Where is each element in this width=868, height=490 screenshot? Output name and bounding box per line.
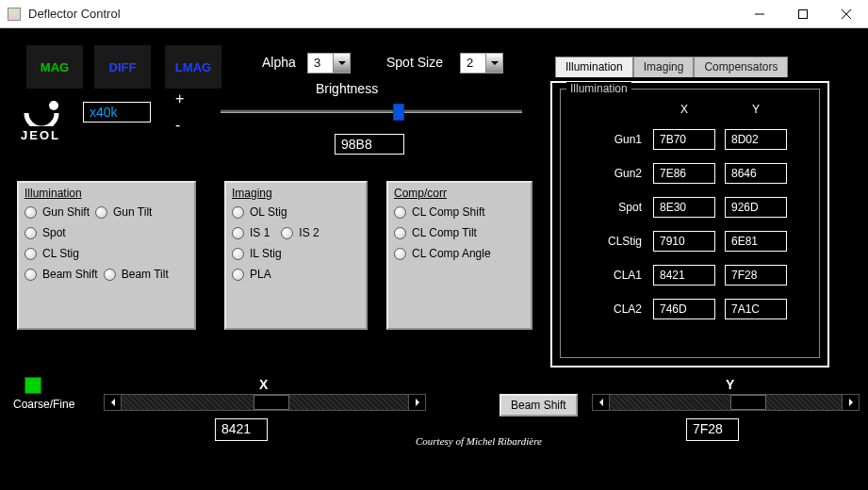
mode-mag-label: MAG <box>41 60 69 74</box>
radio-beam-tilt[interactable] <box>104 269 116 281</box>
panel-comp-title: Comp/corr <box>388 183 531 202</box>
radio-ol-stig[interactable] <box>232 206 244 219</box>
clstig-x[interactable]: 7910 <box>653 231 715 252</box>
radio-is1[interactable] <box>232 227 244 239</box>
x-scrollbar[interactable] <box>104 394 426 411</box>
radio-row-is: IS 1 IS 2 <box>226 222 366 243</box>
radio-row-gunshift-tilt: Gun Shift Gun Tilt <box>19 202 194 222</box>
alpha-combo[interactable]: 3 <box>307 53 351 74</box>
radio-pla[interactable] <box>232 269 244 281</box>
x-scroll-thumb[interactable] <box>254 395 289 410</box>
x-value-box[interactable]: 8421 <box>215 418 268 441</box>
cla1-x[interactable]: 8421 <box>653 265 715 286</box>
col-y-header: Y <box>725 103 787 116</box>
credit-text: Courtesy of Michel Ribardière <box>416 435 542 447</box>
svg-rect-0 <box>799 9 808 18</box>
alpha-value: 3 <box>308 54 333 73</box>
x-value: 8421 <box>221 421 251 436</box>
radio-row-cl-comp-tilt: CL Comp Tilt <box>388 222 531 243</box>
x-scroll-track[interactable] <box>122 395 408 410</box>
window-title: Deflector Control <box>28 7 121 21</box>
radio-spot[interactable] <box>25 227 37 239</box>
row-cla2-label: CLA2 <box>593 302 644 316</box>
cla1-y[interactable]: 7F28 <box>725 265 787 286</box>
gun2-y[interactable]: 8646 <box>725 163 787 184</box>
gun2-x[interactable]: 7E86 <box>653 163 715 184</box>
maximize-button[interactable] <box>781 0 825 28</box>
spot-size-combo[interactable]: 2 <box>460 53 503 74</box>
minimize-button[interactable] <box>738 0 781 28</box>
y-scroll-thumb[interactable] <box>730 395 766 410</box>
mode-diff-button[interactable]: DIFF <box>94 45 151 89</box>
gun1-y[interactable]: 8D02 <box>725 129 787 150</box>
row-gun1-label: Gun1 <box>593 133 644 146</box>
radio-row-spot: Spot <box>19 222 194 243</box>
spot-x[interactable]: 8E30 <box>653 197 715 218</box>
tab-illumination[interactable]: Illumination <box>555 57 633 77</box>
radio-ol-stig-label: OL Stig <box>250 205 287 219</box>
panel-imaging: Imaging OL Stig IS 1 IS 2 IL Stig PLA <box>224 181 368 330</box>
radio-cl-comp-shift[interactable] <box>394 206 406 219</box>
cla2-x[interactable]: 746D <box>653 299 715 319</box>
radio-pla-label: PLA <box>250 268 271 281</box>
jeol-logo-text: JEOL <box>21 128 62 142</box>
illumination-grid: X Y Gun1 7B70 8D02 Gun2 7E86 8646 Spot 8… <box>561 103 819 319</box>
mode-lmag-label: LMAG <box>175 60 211 74</box>
y-scrollbar[interactable] <box>592 394 860 411</box>
y-axis-label: Y <box>726 377 734 392</box>
title-bar: Deflector Control <box>0 0 868 28</box>
radio-row-beam: Beam Shift Beam Tilt <box>19 264 194 285</box>
alpha-label: Alpha <box>262 55 296 70</box>
chevron-down-icon[interactable] <box>333 54 350 73</box>
mode-lmag-button[interactable]: LMAG <box>165 45 221 89</box>
x-scroll-right-icon[interactable] <box>408 395 425 410</box>
brightness-value-box[interactable]: 98B8 <box>335 134 404 155</box>
x-scroll-left-icon[interactable] <box>105 395 122 410</box>
brightness-slider-thumb[interactable] <box>393 104 404 121</box>
radio-cl-comp-angle[interactable] <box>394 248 406 260</box>
mode-diff-label: DIFF <box>109 60 137 74</box>
radio-cl-stig[interactable] <box>25 248 37 260</box>
y-scroll-left-icon[interactable] <box>593 395 610 410</box>
radio-is2[interactable] <box>281 227 293 239</box>
brightness-slider[interactable] <box>221 109 522 113</box>
coarse-fine-toggle[interactable] <box>25 377 41 394</box>
radio-gun-tilt[interactable] <box>95 206 107 219</box>
close-button[interactable] <box>825 0 868 28</box>
coarse-fine-label: Coarse/Fine <box>13 398 74 411</box>
beam-shift-button-label: Beam Shift <box>511 399 566 412</box>
client-area: MAG DIFF LMAG JEOL x40k Alpha 3 Spot Siz… <box>0 28 868 490</box>
clstig-y[interactable]: 6E81 <box>725 231 787 252</box>
chevron-down-icon[interactable] <box>485 54 502 73</box>
radio-il-stig[interactable] <box>232 248 244 260</box>
spot-y[interactable]: 926D <box>725 197 787 218</box>
col-x-header: X <box>653 103 715 116</box>
panel-illumination-title: Illumination <box>19 183 194 202</box>
radio-row-cl-comp-angle: CL Comp Angle <box>388 243 531 264</box>
radio-spot-label: Spot <box>42 226 66 239</box>
jeol-logo-mark <box>21 96 62 126</box>
y-scroll-right-icon[interactable] <box>842 395 859 410</box>
tab-imaging[interactable]: Imaging <box>633 57 695 77</box>
tab-compensators[interactable]: Compensators <box>694 57 788 77</box>
brightness-label: Brightness <box>316 81 378 96</box>
radio-cl-comp-shift-label: CL Comp Shift <box>412 205 485 219</box>
radio-row-pla: PLA <box>226 264 366 285</box>
radio-row-clstig: CL Stig <box>19 243 194 264</box>
tab-body-illumination: Illumination X Y Gun1 7B70 8D02 Gun2 7E8… <box>550 81 829 368</box>
radio-cl-comp-tilt-label: CL Comp Tilt <box>412 226 477 239</box>
y-scroll-track[interactable] <box>610 395 842 410</box>
beam-shift-button[interactable]: Beam Shift <box>500 394 578 416</box>
gun1-x[interactable]: 7B70 <box>653 129 715 150</box>
radio-beam-shift[interactable] <box>25 269 37 281</box>
magnification-box[interactable]: x40k <box>83 102 151 122</box>
radio-gun-shift[interactable] <box>25 206 37 219</box>
mode-mag-button[interactable]: MAG <box>26 45 83 89</box>
brightness-plus: + <box>175 90 184 107</box>
cla2-y[interactable]: 7A1C <box>725 299 787 319</box>
radio-cl-comp-tilt[interactable] <box>394 227 406 239</box>
radio-cl-stig-label: CL Stig <box>42 247 79 260</box>
y-value-box[interactable]: 7F28 <box>686 418 739 441</box>
panel-illumination: Illumination Gun Shift Gun Tilt Spot CL … <box>17 181 196 330</box>
magnification-value: x40k <box>90 105 118 120</box>
